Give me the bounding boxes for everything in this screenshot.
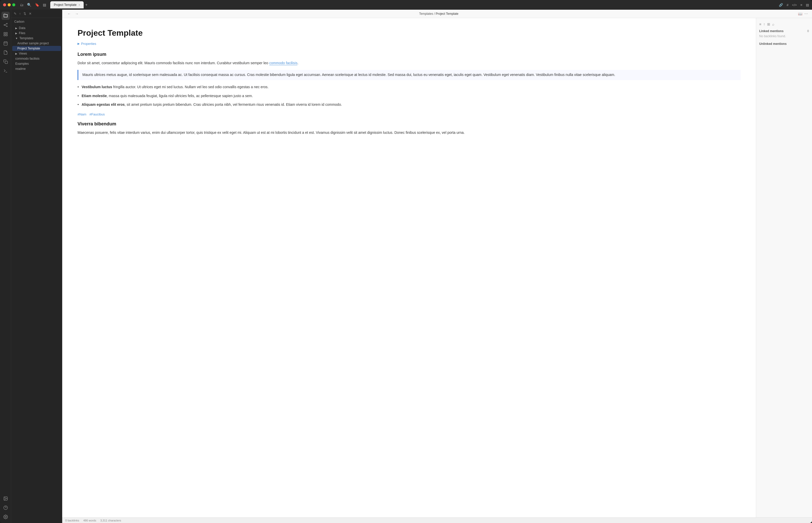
panel-sort-icon[interactable]: ↑: [763, 22, 765, 26]
tag-icon[interactable]: #: [787, 3, 788, 7]
sidebar-label-project-template: Project Template: [17, 47, 40, 50]
traffic-lights: [3, 3, 15, 6]
no-backlinks-text: No backlinks found.: [759, 34, 809, 38]
list-item-3: Aliquam egestas elit eros, sit amet pret…: [77, 102, 741, 107]
sidebar-toolbar: ✎ ↑ ⇅ ✕: [11, 10, 62, 18]
sidebar-item-settings[interactable]: [2, 513, 10, 521]
sidebar-item-terminal[interactable]: [2, 67, 10, 75]
more-options-icon[interactable]: ⋯: [804, 12, 808, 16]
paragraph1: Dolor sit amet, consectetur adipiscing e…: [77, 60, 741, 66]
breadcrumb-parent[interactable]: Templates: [419, 12, 433, 16]
minimize-button[interactable]: [8, 3, 11, 6]
active-tab[interactable]: Project Template ×: [50, 1, 84, 8]
tab-close-button[interactable]: ×: [78, 4, 80, 6]
svg-rect-6: [6, 32, 7, 34]
sidebar-item-graph[interactable]: [2, 21, 10, 29]
list-icon[interactable]: ≡: [800, 3, 802, 7]
sidebar-upload-icon[interactable]: ↑: [19, 11, 21, 16]
list-item-1-rest: fringilla auctor. Ut ultrices eget mi se…: [112, 85, 268, 89]
nav-back-icon[interactable]: ←: [66, 11, 72, 16]
list-item-3-rest: , sit amet pretium turpis pretium bibend…: [125, 103, 342, 107]
sidebar-item-views[interactable]: ▶ Views: [12, 51, 61, 56]
properties-arrow-icon: ▶: [77, 42, 80, 46]
sidebar-item-grid[interactable]: [2, 30, 10, 38]
nav-forward-icon[interactable]: →: [74, 11, 80, 16]
link-icon[interactable]: 🔗: [779, 3, 783, 7]
status-bar: 0 backlinks 486 words 3,311 characters: [62, 517, 812, 523]
panel-list-icon[interactable]: ≡: [759, 22, 761, 26]
sidebar-item-readme[interactable]: readme: [12, 66, 61, 71]
section2-title: Viverra bibendum: [77, 121, 741, 127]
sidebar-arrow-templates: ▼: [15, 37, 18, 40]
tab-label: Project Template: [54, 3, 76, 7]
status-characters: 3,311 characters: [100, 519, 121, 522]
maximize-button[interactable]: [12, 3, 15, 6]
tag-faucibus[interactable]: #Faucibus: [89, 112, 105, 116]
commodo-link[interactable]: commodo facilisis: [269, 61, 297, 65]
sidebar-item-calendar[interactable]: [2, 39, 10, 48]
sidebar-item-commodo[interactable]: commodo facilisis: [12, 56, 61, 61]
sidebar-arrow-views: ▶: [15, 52, 17, 55]
svg-line-3: [5, 24, 7, 25]
status-words: 486 words: [83, 519, 96, 522]
breadcrumb-current: Project Template: [436, 12, 458, 16]
sidebar-item-examples[interactable]: Examples: [12, 61, 61, 66]
unlinked-mentions-header: Unlinked mentions: [759, 42, 809, 46]
svg-rect-7: [4, 35, 5, 36]
sidebar-item-data[interactable]: ▶ Data: [12, 25, 61, 31]
bookmark-icon[interactable]: 🔖: [35, 3, 39, 7]
code-icon[interactable]: </>: [792, 3, 797, 7]
sidebar-item-project-template[interactable]: Project Template: [12, 46, 61, 51]
paragraph1-text: Dolor sit amet, consectetur adipiscing e…: [77, 61, 269, 65]
close-button[interactable]: [3, 3, 6, 6]
sidebar-label-templates: Templates: [19, 36, 33, 40]
search-icon[interactable]: 🔍: [27, 3, 31, 7]
title-bar: 🗂 🔍 🔖 ▤ Project Template × + 🔗 # </> ≡ ▤: [0, 0, 812, 10]
properties-toggle[interactable]: ▶ Properties: [77, 42, 741, 46]
panel-search-icon[interactable]: ⌕: [772, 22, 774, 26]
sidebar-item-files[interactable]: ▶ Files: [12, 31, 61, 36]
sidebar-item-files[interactable]: [2, 12, 10, 20]
sidebar-item-pages[interactable]: [2, 49, 10, 57]
sidebar-item-help[interactable]: [2, 504, 10, 512]
sidebar-item-another-sample[interactable]: Another sample project: [12, 41, 61, 46]
properties-label: Properties: [81, 42, 96, 46]
sidebar-arrow-data: ▶: [15, 27, 17, 30]
sidebar-arrow-files: ▶: [15, 32, 17, 35]
activity-bar: [0, 10, 11, 523]
reader-icon[interactable]: 📖: [798, 12, 802, 16]
doc-toolbar-right: 📖 ⋯: [798, 12, 808, 16]
doc-tags: #Nam #Faucibus: [77, 112, 741, 116]
svg-point-0: [4, 25, 5, 25]
sidebar-workspace-label: Carbon: [11, 18, 62, 24]
sidebar-label-views: Views: [19, 52, 27, 55]
sidebar-sort-icon[interactable]: ⇅: [23, 11, 27, 16]
svg-line-4: [5, 25, 7, 26]
list-item-3-bold: Aliquam egestas elit eros: [82, 103, 125, 107]
svg-rect-13: [5, 61, 7, 64]
sidebar-label-commodo: commodo facilisis: [15, 57, 39, 60]
svg-rect-5: [4, 32, 5, 34]
sidebar-edit-icon[interactable]: ✎: [13, 11, 17, 16]
sidebar-item-templates[interactable]: ▼ Templates: [12, 36, 61, 41]
right-panel-toggle-icon[interactable]: ▤: [806, 3, 809, 7]
sidebar-label-examples: Examples: [15, 62, 29, 66]
sidebar-item-copy[interactable]: [2, 58, 10, 66]
sidebar-close-icon[interactable]: ✕: [28, 11, 32, 16]
tag-nam[interactable]: #Nam: [77, 112, 86, 116]
sidebar-label-data: Data: [19, 26, 25, 30]
title-bar-left-icons: 🗂 🔍 🔖 ▤: [20, 3, 46, 7]
folder-icon[interactable]: 🗂: [20, 3, 23, 7]
status-backlinks: 0 backlinks: [65, 519, 79, 522]
new-tab-button[interactable]: +: [85, 3, 87, 7]
list-item-1: Vestibulum luctus fringilla auctor. Ut u…: [77, 84, 741, 90]
sidebar-label-readme: readme: [15, 67, 26, 71]
title-bar-right-icons: 🔗 # </> ≡ ▤: [779, 3, 809, 7]
panel-icon[interactable]: ▤: [43, 3, 46, 7]
paragraph2: Maecenas posuere, felis vitae interdum v…: [77, 130, 741, 136]
doc-list: Vestibulum luctus fringilla auctor. Ut u…: [77, 84, 741, 107]
editor-content[interactable]: Project Template ▶ Properties Lorem ipsu…: [62, 18, 756, 517]
sidebar-item-image[interactable]: [2, 494, 10, 503]
panel-columns-icon[interactable]: ⊞: [767, 22, 770, 26]
linked-mentions-count: 0: [807, 29, 809, 33]
